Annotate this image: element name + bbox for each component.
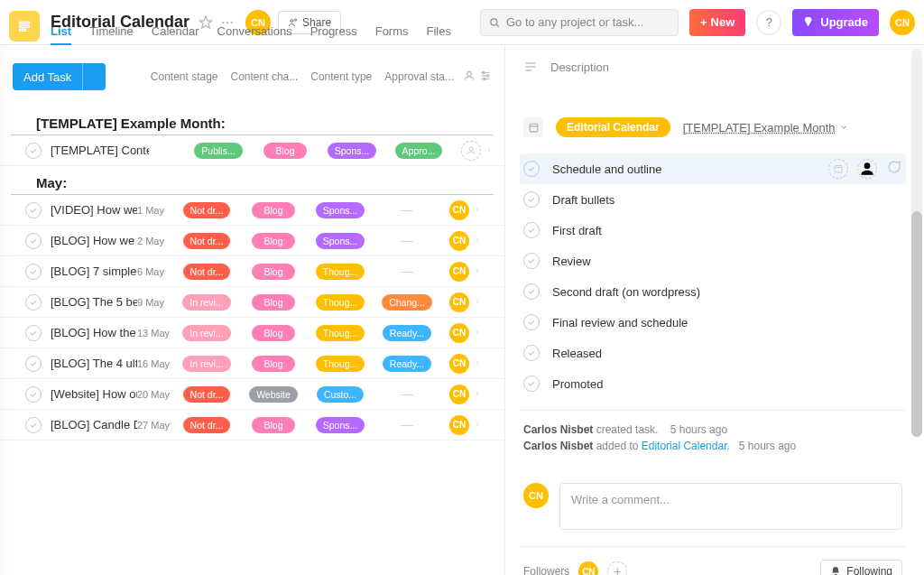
complete-checkbox[interactable]	[25, 233, 42, 249]
assignee-avatar[interactable]: CN	[449, 262, 469, 282]
column-header[interactable]: Approval sta...	[384, 70, 454, 83]
activity-link[interactable]: Editorial Calendar.	[642, 440, 730, 452]
subtask-date-icon[interactable]	[828, 159, 848, 179]
tag-pill[interactable]: Spons...	[316, 233, 365, 249]
subtask-checkbox[interactable]	[523, 376, 540, 392]
scrollbar[interactable]	[911, 49, 922, 437]
subtask-row[interactable]: First draft	[520, 215, 906, 246]
subtask-row[interactable]: Promoted	[520, 368, 906, 399]
task-row[interactable]: [BLOG] How we tu2 MayNot dr...BlogSpons.…	[0, 226, 504, 256]
complete-checkbox[interactable]	[25, 294, 42, 311]
tag-pill[interactable]: In revi...	[182, 325, 230, 341]
tag-pill[interactable]: Not dr...	[183, 386, 231, 403]
task-row[interactable]: [BLOG] The 5 bes9 MayIn revi...BlogThoug…	[0, 287, 504, 318]
column-header[interactable]: Content cha...	[231, 70, 299, 83]
open-chevron-icon[interactable]	[473, 418, 482, 431]
breadcrumb-icon[interactable]	[523, 117, 543, 137]
assignee-avatar[interactable]: CN	[449, 415, 469, 435]
tag-pill[interactable]: Thoug...	[316, 325, 365, 341]
assignee-avatar[interactable]: CN	[449, 323, 469, 343]
task-row[interactable]: [BLOG] The 4 ultir16 MayIn revi...BlogTh…	[0, 348, 504, 379]
subtask-checkbox[interactable]	[523, 314, 540, 330]
tag-pill[interactable]: Publis...	[194, 143, 242, 159]
tag-pill[interactable]: Appro...	[395, 143, 443, 159]
complete-checkbox[interactable]	[25, 143, 42, 159]
subtask-checkbox[interactable]	[523, 253, 540, 269]
upgrade-button[interactable]: Upgrade	[792, 9, 879, 36]
follower-avatar[interactable]: CN	[578, 561, 598, 575]
task-row[interactable]: [VIDEO] How we t1 MayNot dr...BlogSpons.…	[0, 195, 504, 226]
tag-pill[interactable]: Blog	[252, 417, 295, 433]
subtask-row[interactable]: Released	[520, 338, 906, 368]
tab-list[interactable]: List	[51, 24, 71, 45]
tab-progress[interactable]: Progress	[310, 24, 357, 45]
assignee-avatar[interactable]: CN	[449, 354, 469, 374]
tag-pill[interactable]: In revi...	[182, 356, 230, 372]
complete-checkbox[interactable]	[25, 356, 42, 372]
tag-pill[interactable]: Blog	[252, 233, 295, 249]
subtask-checkbox[interactable]	[523, 191, 540, 208]
open-chevron-icon[interactable]	[473, 387, 482, 401]
tag-pill[interactable]: Blog	[252, 356, 295, 372]
open-chevron-icon[interactable]	[473, 234, 482, 247]
complete-checkbox[interactable]	[25, 386, 42, 403]
complete-checkbox[interactable]	[25, 264, 42, 280]
subtask-row[interactable]: Schedule and outline	[520, 153, 906, 184]
tag-pill[interactable]: Not dr...	[183, 264, 231, 280]
tag-pill[interactable]: Ready...	[383, 356, 431, 372]
subtask-row[interactable]: Second draft (on wordpress)	[520, 276, 906, 307]
complete-checkbox[interactable]	[25, 202, 42, 218]
task-row[interactable]: [BLOG] Candle Di27 MayNot dr...BlogSpons…	[0, 410, 504, 441]
assignee-empty[interactable]	[461, 141, 481, 161]
assignee-avatar[interactable]: CN	[449, 200, 469, 220]
tag-pill[interactable]: Custo...	[317, 386, 364, 403]
following-button[interactable]: Following	[820, 560, 902, 575]
tab-forms[interactable]: Forms	[375, 24, 409, 45]
complete-checkbox[interactable]	[25, 417, 42, 433]
complete-checkbox[interactable]	[25, 325, 42, 341]
tag-pill[interactable]: Blog	[252, 325, 295, 341]
add-task-chevron[interactable]	[82, 63, 106, 90]
new-button[interactable]: New	[689, 9, 745, 36]
tab-timeline[interactable]: Timeline	[89, 24, 134, 45]
assignee-avatar[interactable]: CN	[449, 292, 469, 312]
open-chevron-icon[interactable]	[473, 326, 482, 339]
task-row[interactable]: [BLOG] How the '13 MayIn revi...BlogThou…	[0, 318, 504, 348]
tag-pill[interactable]: Not dr...	[183, 233, 231, 249]
settings-column-icon[interactable]	[479, 70, 492, 85]
tag-pill[interactable]: Blog	[252, 294, 295, 311]
subtask-row[interactable]: Final review and schedule	[520, 307, 906, 338]
subtask-checkbox[interactable]	[523, 345, 540, 361]
tag-pill[interactable]: Spons...	[328, 143, 377, 159]
section-title[interactable]: May:	[11, 166, 494, 195]
column-header[interactable]: Content stage	[151, 70, 218, 83]
subtask-row[interactable]: Review	[520, 246, 906, 276]
search-input[interactable]: Go to any project or task...	[480, 9, 679, 36]
tab-conversations[interactable]: Conversations	[217, 24, 292, 45]
open-chevron-icon[interactable]	[473, 203, 482, 217]
task-row[interactable]: [TEMPLATE] Content naPublis...BlogSpons.…	[0, 135, 504, 166]
tag-pill[interactable]: Website	[249, 386, 298, 403]
subtask-comment-icon[interactable]	[886, 159, 902, 175]
tag-pill[interactable]: Thoug...	[316, 356, 365, 372]
breadcrumb-project-pill[interactable]: Editorial Calendar	[556, 117, 670, 137]
tag-pill[interactable]: Blog	[252, 202, 295, 218]
subtask-checkbox[interactable]	[523, 161, 540, 177]
tag-pill[interactable]: Not dr...	[183, 417, 231, 433]
assignee-avatar[interactable]: CN	[449, 231, 469, 251]
tag-pill[interactable]: Spons...	[316, 202, 365, 218]
open-chevron-icon[interactable]	[485, 144, 494, 157]
task-row[interactable]: [Website] How ou20 MayNot dr...WebsiteCu…	[0, 379, 504, 410]
comment-input[interactable]: Write a comment...	[559, 483, 902, 530]
subtask-checkbox[interactable]	[523, 222, 540, 238]
tab-calendar[interactable]: Calendar	[152, 24, 199, 45]
task-row[interactable]: [BLOG] 7 simple le6 MayNot dr...BlogThou…	[0, 256, 504, 287]
tag-pill[interactable]: Ready...	[383, 325, 431, 341]
open-chevron-icon[interactable]	[473, 295, 482, 309]
tag-pill[interactable]: Thoug...	[316, 264, 365, 280]
tag-pill[interactable]: Blog	[263, 143, 307, 159]
breadcrumb-section-link[interactable]: [TEMPLATE] Example Month	[683, 121, 848, 134]
section-title[interactable]: [TEMPLATE] Example Month:	[11, 99, 494, 135]
assignee-column-icon[interactable]	[463, 70, 476, 85]
subtask-assignee-icon[interactable]	[857, 159, 877, 179]
